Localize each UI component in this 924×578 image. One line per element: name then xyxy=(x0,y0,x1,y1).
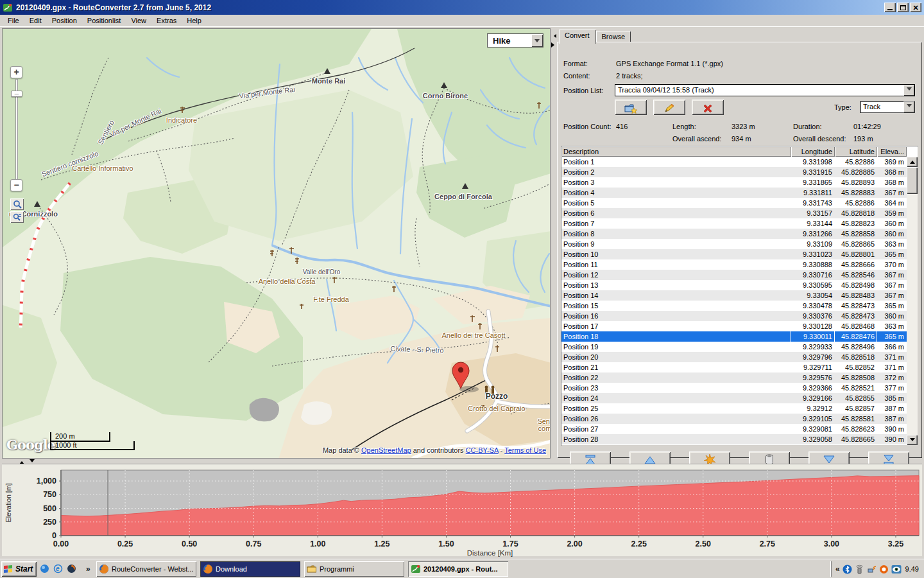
maximize-button[interactable] xyxy=(897,3,909,12)
table-body[interactable]: Position 19.33199845.82886369 mPosition … xyxy=(561,157,907,445)
table-row[interactable]: Position 29.33191545.828885368 m xyxy=(561,167,907,177)
task-button[interactable]: RouteConverter - Webst... xyxy=(96,561,196,577)
column-header-eleva[interactable]: Eleva... xyxy=(877,146,907,157)
zoom-slider-thumb[interactable]: ─ xyxy=(11,91,22,97)
cell: 370 m xyxy=(877,259,907,270)
table-row[interactable]: Position 179.33012845.828468363 m xyxy=(561,321,907,331)
start-button[interactable]: Start xyxy=(1,561,37,577)
msn-icon[interactable] xyxy=(40,564,49,575)
table-row[interactable]: Position 89.33126645.828858360 m xyxy=(561,229,907,239)
table-row[interactable]: Position 199.32993345.828496366 m xyxy=(561,342,907,352)
map-label: Corno Birone xyxy=(423,92,468,100)
column-header-description[interactable]: Description xyxy=(561,146,791,157)
column-header-latitude[interactable]: Latitude xyxy=(835,146,877,157)
table-row[interactable]: Position 69.3315745.828818359 m xyxy=(561,208,907,218)
tab-browse[interactable]: Browse xyxy=(596,31,631,42)
vertical-splitter[interactable] xyxy=(551,28,556,459)
wireless-icon[interactable] xyxy=(855,565,864,574)
table-row[interactable]: Position 19.33199845.82886369 m xyxy=(561,157,907,167)
table-row[interactable]: Position 279.32908145.828623390 m xyxy=(561,424,907,434)
cell: Position 25 xyxy=(561,403,791,414)
column-header-longitude[interactable]: Longitude xyxy=(791,146,835,157)
map-view[interactable]: Monte RaiCorno BironeCeppo di Forcolante… xyxy=(2,28,551,459)
menu-extras[interactable]: Extras xyxy=(151,15,182,26)
rename-positionlist-button[interactable] xyxy=(653,100,685,115)
zoom-history-button[interactable] xyxy=(10,211,24,223)
table-row[interactable]: Position 109.33102345.828801365 m xyxy=(561,249,907,259)
zoom-selection-button[interactable] xyxy=(10,198,24,210)
table-row[interactable]: Position 159.33047845.828473365 m xyxy=(561,301,907,311)
task-button[interactable]: Programmi xyxy=(304,561,404,577)
hide-tray-icons-chevron[interactable]: « xyxy=(835,565,840,574)
new-positionlist-button[interactable] xyxy=(615,100,647,115)
elevation-profile-chart[interactable]: 0.000.250.500.751.001.251.501.752.002.25… xyxy=(2,464,922,557)
cell: 45.828665 xyxy=(835,434,877,444)
menu-view[interactable]: View xyxy=(126,15,151,26)
table-row[interactable]: Position 189.33001145.828476365 m xyxy=(561,331,907,342)
table-row[interactable]: Position 129.33071645.828546367 m xyxy=(561,270,907,280)
task-button[interactable]: Download xyxy=(200,561,300,577)
position-list-dropdown-button[interactable] xyxy=(903,85,914,96)
table-row[interactable]: Position 219.32971145.82852371 m xyxy=(561,362,907,372)
table-row[interactable]: Position 49.33181145.828883367 m xyxy=(561,188,907,198)
firefox-dark-icon[interactable] xyxy=(67,564,76,575)
table-row[interactable]: Position 259.3291245.82857387 m xyxy=(561,403,907,414)
cell: 9.329366 xyxy=(791,383,835,393)
scroll-up-button[interactable] xyxy=(907,157,918,167)
map-label: Pozzo xyxy=(486,392,508,401)
map-type-dropdown-button[interactable] xyxy=(531,34,543,47)
menu-file[interactable]: File xyxy=(3,15,24,26)
osm-link[interactable]: OpenStreetMap xyxy=(361,446,411,454)
table-row[interactable]: Position 119.33088845.828666370 m xyxy=(561,259,907,270)
scroll-down-button[interactable] xyxy=(907,435,918,445)
table-row[interactable]: Position 149.3305445.828483367 m xyxy=(561,290,907,301)
toolbar-overflow-chevron[interactable]: » xyxy=(86,565,90,574)
orange-app-icon[interactable] xyxy=(879,565,889,574)
close-button[interactable]: ✕ xyxy=(910,3,921,12)
zoom-in-button[interactable]: + xyxy=(10,66,22,78)
position-table[interactable]: DescriptionLongitudeLatitudeEleva... Pos… xyxy=(561,146,918,446)
license-link[interactable]: CC-BY-SA xyxy=(466,446,499,454)
type-combobox[interactable]: Track xyxy=(860,101,915,113)
network-signal-icon[interactable] xyxy=(867,565,877,574)
table-row[interactable]: Position 249.32916645.82855385 m xyxy=(561,393,907,403)
table-row[interactable]: Position 139.33059545.828498367 m xyxy=(561,280,907,290)
eye-icon[interactable] xyxy=(891,565,902,574)
bluetooth-icon[interactable] xyxy=(843,565,852,574)
table-row[interactable]: Position 99.3310945.828865363 m xyxy=(561,239,907,249)
table-row[interactable]: Position 239.32936645.828521377 m xyxy=(561,383,907,393)
duration-label: Duration: xyxy=(793,123,822,130)
map-type-select[interactable]: Hike xyxy=(487,33,543,48)
table-row[interactable]: Position 269.32910545.828581387 m xyxy=(561,414,907,424)
tab-convert[interactable]: Convert xyxy=(559,30,595,44)
scrollbar-thumb[interactable] xyxy=(907,167,918,194)
cell: 9.329711 xyxy=(791,362,835,372)
menu-edit[interactable]: Edit xyxy=(24,15,47,26)
table-row[interactable]: Position 79.3314445.828823360 m xyxy=(561,218,907,229)
magnifier-icon xyxy=(13,200,22,209)
table-row[interactable]: Position 289.32905845.828665390 m xyxy=(561,434,907,444)
table-row[interactable]: Position 169.33037645.828473360 m xyxy=(561,311,907,321)
type-label: Type: xyxy=(834,103,851,111)
cell: 45.828468 xyxy=(835,321,877,331)
ie-icon[interactable]: e xyxy=(53,564,63,575)
table-row[interactable]: Position 39.33186545.828893368 m xyxy=(561,177,907,188)
task-button[interactable]: 20120409.gpx - Rout... xyxy=(408,561,508,577)
minimize-button[interactable] xyxy=(884,3,896,12)
table-row[interactable]: Position 209.32979645.828518371 m xyxy=(561,352,907,362)
window-title: 20120409.gpx - RouteConverter 2.7 from J… xyxy=(16,3,211,12)
table-scrollbar[interactable] xyxy=(907,157,918,445)
length-value: 3323 m xyxy=(732,123,755,130)
terms-link[interactable]: Terms of Use xyxy=(504,446,546,454)
svg-text:1.00: 1.00 xyxy=(310,539,325,548)
zoom-out-button[interactable]: − xyxy=(10,179,22,191)
type-dropdown-button[interactable] xyxy=(903,101,914,112)
menu-position[interactable]: Position xyxy=(47,15,82,26)
position-list-combobox[interactable]: Traccia 09/04/12 15:58 (Track) xyxy=(615,84,915,96)
menu-positionlist[interactable]: Positionlist xyxy=(82,15,126,26)
delete-positionlist-button[interactable] xyxy=(692,100,724,115)
menu-help[interactable]: Help xyxy=(182,15,207,26)
cell: 9.329105 xyxy=(791,414,835,424)
table-row[interactable]: Position 229.32957645.828508372 m xyxy=(561,372,907,383)
table-row[interactable]: Position 59.33174345.82886364 m xyxy=(561,198,907,208)
